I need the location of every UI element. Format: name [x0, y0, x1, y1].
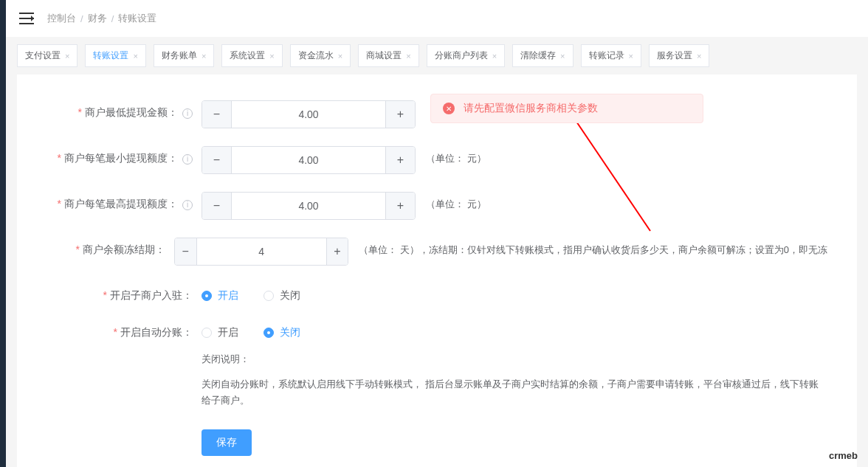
tab-label: 清除缓存	[520, 49, 556, 62]
close-icon[interactable]: ×	[338, 52, 342, 60]
alert-text: 请先配置微信服务商相关参数	[464, 102, 598, 115]
min-withdraw-input[interactable]	[232, 101, 385, 128]
note-text: 关闭自动分账时，系统默认启用线下手动转账模式， 指后台显示账单及子商户实时结算的…	[202, 376, 827, 409]
close-icon[interactable]: ×	[629, 52, 633, 60]
content-panel: 请先配置微信服务商相关参数 商户最低提现金额：i − + （单位： 元） 商户每…	[17, 75, 857, 467]
radio-sub-merchant-off[interactable]: 关闭	[264, 289, 300, 302]
label-freeze: 商户余额冻结期：	[46, 238, 174, 257]
tab-商城设置[interactable]: 商城设置×	[358, 44, 418, 67]
radio-sub-merchant-on[interactable]: 开启	[202, 289, 238, 302]
info-icon[interactable]: i	[182, 108, 193, 119]
decrement-button[interactable]: −	[202, 101, 232, 128]
tab-label: 支付设置	[25, 49, 61, 62]
sidebar-collapsed	[0, 0, 6, 467]
tab-label: 转账记录	[589, 49, 624, 62]
tab-服务设置[interactable]: 服务设置×	[649, 44, 709, 67]
close-icon[interactable]: ×	[65, 52, 69, 60]
freeze-stepper: − +	[174, 238, 348, 266]
close-icon[interactable]: ×	[269, 52, 274, 60]
close-icon[interactable]: ×	[697, 52, 701, 60]
decrement-button[interactable]: −	[202, 147, 232, 173]
radio-auto-split-on[interactable]: 开启	[202, 326, 238, 339]
tab-支付设置[interactable]: 支付设置×	[17, 44, 78, 67]
tab-label: 商城设置	[366, 49, 402, 62]
tab-label: 资金流水	[298, 49, 334, 62]
min-withdraw-stepper: − +	[202, 100, 416, 128]
info-icon[interactable]: i	[182, 154, 193, 165]
increment-button[interactable]: +	[326, 238, 348, 265]
radio-auto-split-off[interactable]: 关闭	[264, 326, 300, 339]
tabs-bar: 支付设置×转账设置×财务账单×系统设置×资金流水×商城设置×分账商户列表×清除缓…	[6, 37, 868, 75]
unit-label: （单位： 天），冻结期：仅针对线下转账模式，指用户确认收货后多少天，商户余额可解…	[359, 238, 827, 257]
close-icon[interactable]: ×	[406, 52, 410, 60]
menu-toggle-icon[interactable]	[19, 13, 34, 24]
close-icon[interactable]: ×	[133, 52, 137, 60]
tab-label: 财务账单	[162, 49, 197, 62]
tab-label: 分账商户列表	[435, 49, 488, 62]
decrement-button[interactable]: −	[175, 238, 197, 265]
label-min-single: 商户每笔最小提现额度：i	[46, 146, 202, 165]
freeze-input[interactable]	[197, 238, 326, 265]
close-icon[interactable]: ×	[492, 52, 497, 60]
error-icon	[443, 103, 455, 114]
tab-分账商户列表[interactable]: 分账商户列表×	[427, 44, 505, 67]
min-single-input[interactable]	[232, 147, 385, 173]
tab-转账设置[interactable]: 转账设置×	[85, 44, 145, 67]
tab-资金流水[interactable]: 资金流水×	[290, 44, 351, 67]
increment-button[interactable]: +	[385, 193, 415, 219]
decrement-button[interactable]: −	[202, 193, 232, 219]
tab-label: 转账设置	[93, 49, 128, 62]
tab-转账记录[interactable]: 转账记录×	[581, 44, 641, 67]
max-single-input[interactable]	[232, 193, 385, 219]
unit-label: （单位： 元）	[426, 192, 486, 211]
tab-label: 系统设置	[230, 49, 265, 62]
min-single-stepper: − +	[202, 146, 416, 174]
tab-系统设置[interactable]: 系统设置×	[221, 44, 282, 67]
breadcrumb-item: 转账设置	[118, 12, 156, 25]
sub-merchant-radio-group: 开启 关闭	[202, 283, 300, 302]
tab-财务账单[interactable]: 财务账单×	[154, 44, 214, 67]
unit-label: （单位： 元）	[426, 146, 486, 165]
max-single-stepper: − +	[202, 192, 416, 220]
topbar: 控制台 / 财务 / 转账设置	[6, 0, 868, 37]
save-button[interactable]: 保存	[202, 429, 252, 456]
breadcrumb-item[interactable]: 控制台	[47, 12, 76, 25]
label-auto-split: 开启自动分账：	[46, 320, 202, 339]
note-title: 关闭说明：	[202, 353, 827, 366]
close-icon[interactable]: ×	[202, 52, 206, 60]
brand-logo: crmeb	[829, 450, 858, 461]
breadcrumb: 控制台 / 财务 / 转账设置	[47, 12, 156, 25]
increment-button[interactable]: +	[385, 147, 415, 173]
label-sub-merchant: 开启子商户入驻：	[46, 283, 202, 302]
error-alert: 请先配置微信服务商相关参数	[430, 94, 703, 123]
auto-split-radio-group: 开启 关闭	[202, 320, 300, 339]
tab-清除缓存[interactable]: 清除缓存×	[512, 44, 573, 67]
label-min-withdraw: 商户最低提现金额：i	[46, 100, 202, 120]
tab-label: 服务设置	[657, 49, 692, 62]
label-max-single: 商户每笔最高提现额度：i	[46, 192, 202, 211]
breadcrumb-item[interactable]: 财务	[88, 12, 107, 25]
close-icon[interactable]: ×	[560, 52, 565, 60]
increment-button[interactable]: +	[385, 101, 415, 128]
note-block: 关闭说明： 关闭自动分账时，系统默认启用线下手动转账模式， 指后台显示账单及子商…	[202, 353, 827, 409]
info-icon[interactable]: i	[182, 200, 193, 210]
